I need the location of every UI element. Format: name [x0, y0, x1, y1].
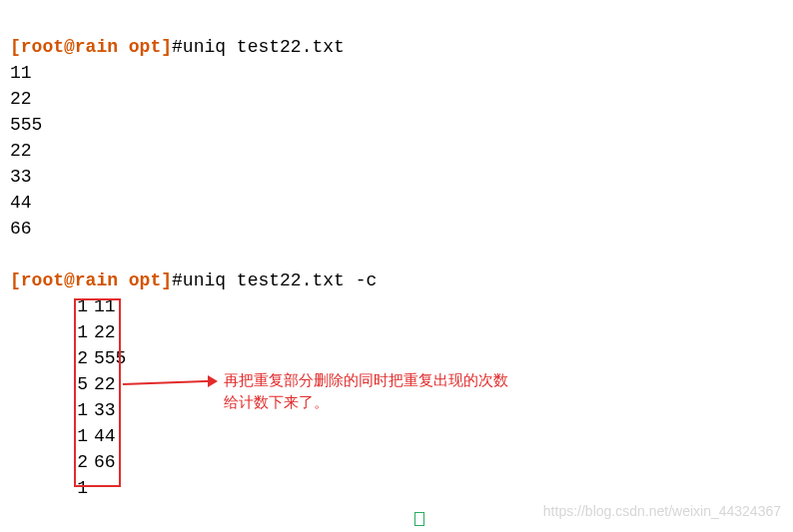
count-cell: 5 — [10, 371, 88, 397]
command-2: uniq test22.txt -c — [183, 270, 377, 290]
prompt-user-host-2: [root@rain opt] — [10, 270, 172, 290]
value-cell: 44 — [88, 423, 116, 449]
output-line: 44 — [10, 193, 32, 213]
prompt-symbol-1: # — [172, 37, 183, 57]
output-line: 11 — [10, 63, 32, 83]
count-cell: 1 — [10, 397, 88, 423]
output-line: 22 — [10, 141, 32, 161]
output-line: 33 — [10, 167, 32, 187]
value-cell: 22 — [88, 319, 116, 345]
command-1: uniq test22.txt — [183, 37, 345, 57]
prompt-symbol-2: # — [172, 270, 183, 290]
value-cell: 22 — [88, 371, 116, 397]
count-cell: 2 — [10, 345, 88, 371]
count-cell: 1 — [10, 319, 88, 345]
output-line: 66 — [10, 219, 32, 239]
output-line: 555 — [10, 115, 42, 135]
value-cell: 555 — [88, 345, 126, 371]
terminal-output: [root@rain opt]#uniq test22.txt 11 22 55… — [0, 0, 793, 509]
value-cell: 66 — [88, 449, 116, 475]
count-cell: 1 — [10, 475, 88, 501]
output-line: 22 — [10, 89, 32, 109]
count-cell: 1 — [10, 293, 88, 319]
value-cell: 33 — [88, 397, 116, 423]
cursor-box-icon — [414, 512, 424, 526]
count-cell: 2 — [10, 449, 88, 475]
prompt-user-host-1: [root@rain opt] — [10, 37, 172, 57]
value-cell: 11 — [88, 293, 116, 319]
count-cell: 1 — [10, 423, 88, 449]
